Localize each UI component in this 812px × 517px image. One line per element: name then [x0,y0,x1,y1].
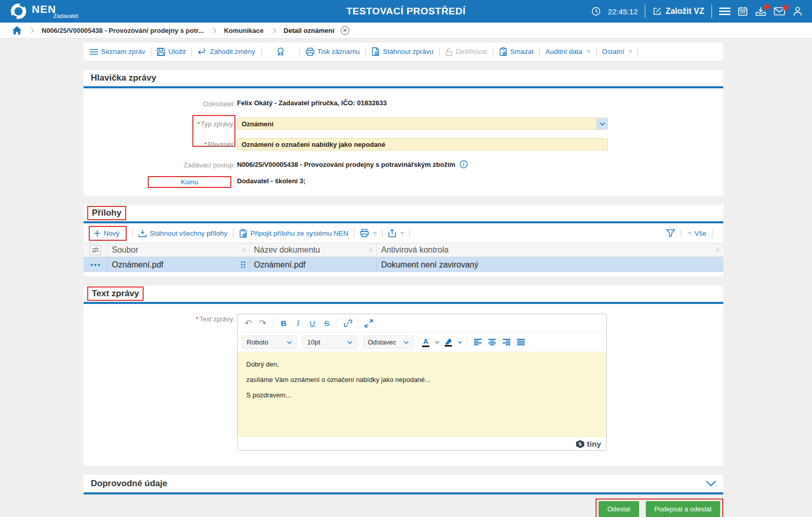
home-icon[interactable] [12,26,22,34]
filter-button[interactable] [666,229,675,237]
divider [382,229,383,238]
type-label: *Typ zprávy: [84,120,235,128]
close-tab-icon[interactable]: ✕ [341,26,349,35]
editor-toolbar-row2: Roboto 10pt Odstavec A [237,333,606,352]
drag-handle-icon[interactable] [241,261,245,268]
caret-down-icon: ▽ [629,49,632,54]
export-attachments-dropdown[interactable]: ▽ [388,229,404,237]
subject-input[interactable]: Oznámení o označení nabídky jako nepodan… [237,138,608,150]
text-color-caret[interactable] [433,336,441,349]
chevron-down-icon[interactable] [597,118,607,129]
italic-icon[interactable]: I [291,317,305,330]
font-size-select[interactable]: 10pt [302,335,358,349]
footer-actions: Odeslat Podepsat a odeslat [84,499,723,517]
print-record-button[interactable]: Tisk záznamu [306,48,360,56]
column-header-antivir[interactable]: Antivirová kontrola ▽ [377,243,723,257]
other-dropdown[interactable]: Ostatní ▽ [602,48,632,55]
divider [273,318,273,329]
undo-icon[interactable]: ↶ [242,317,255,330]
message-list-button[interactable]: Seznam zpráv [90,48,145,55]
row-menu-icon[interactable] [91,264,100,266]
breadcrumb-procedure[interactable]: N006/25/V00005438 - Provozování prodejny… [42,27,204,34]
align-center-icon[interactable] [485,336,499,349]
editor-line: zasíláme Vám oznámení o označení nabídky… [246,376,598,384]
editor-status-bar: tiny [237,437,606,450]
recipients-button[interactable]: Komu [148,176,231,188]
save-button[interactable]: Uložit [157,48,186,56]
divider [151,47,151,56]
seal-button[interactable] [267,47,294,56]
bold-icon[interactable]: B [277,317,290,330]
caret-down-icon: ▽ [373,231,377,236]
sign-and-send-button[interactable]: Podepsat a odeslat [646,501,720,517]
column-settings-icon[interactable] [90,245,101,255]
edit-icon [652,7,662,16]
link-icon[interactable] [341,317,354,330]
message-header-section: Hlavička zprávy Odesílatel: Felix Okátý … [84,70,723,196]
paragraph-format-select[interactable]: Odstavec [363,335,414,349]
column-filter-icon[interactable]: ▽ [242,248,245,253]
divider [638,47,638,56]
attach-from-nen-button[interactable]: Připojit přílohu ze systému NEN [239,229,348,238]
download-message-button[interactable]: Stáhnout zprávu [371,47,433,56]
fullscreen-icon[interactable] [362,317,375,330]
align-left-icon[interactable] [471,336,484,349]
divider [358,318,359,329]
section-title-doprovodne: Doprovodné údaje [91,478,167,489]
column-header-soubor[interactable]: Soubor ▽ [108,243,250,257]
column-header-nazev[interactable]: Název dokumentu ▽ [250,243,377,257]
strikethrough-icon[interactable]: S [320,317,333,330]
divider [191,47,192,56]
divider [645,5,645,18]
column-filter-icon[interactable]: ▽ [716,248,719,253]
breadcrumb-komunikace[interactable]: Komunikace [224,27,263,34]
chevron-right-icon [211,28,216,33]
message-type-select[interactable]: Oznámení [237,118,608,130]
divider [439,47,440,56]
filter-all-dropdown[interactable]: ▽ Vše [687,229,706,237]
messages-button[interactable] [774,7,785,16]
divider [596,47,597,56]
main-menu-button[interactable] [719,7,730,15]
messages-notification-badge [783,5,788,10]
attachments-toolbar: Nový Stáhnout všechny přílohy Připojit p… [84,223,723,243]
user-icon [793,6,803,16]
discard-changes-button[interactable]: Zahodit změny [197,48,255,55]
calendar-icon [738,6,748,16]
column-filter-icon[interactable]: ▽ [369,248,372,253]
chevron-right-icon [29,28,34,33]
font-family-select[interactable]: Roboto [242,335,297,349]
underline-icon[interactable]: U [306,317,319,330]
new-attachment-button[interactable]: Nový [89,226,127,241]
tinymce-brand-label: tiny [587,439,601,448]
expand-chevron-icon[interactable] [706,481,716,487]
highlight-color-button[interactable] [442,336,455,349]
create-vz-button[interactable]: Založit VZ [652,7,704,16]
highlight-color-caret[interactable] [456,336,463,349]
delete-button[interactable]: Smazat [499,47,534,56]
divider [467,337,467,348]
attachment-row[interactable]: Oznámení.pdf Oznámení.pdf Dokument není … [84,257,723,272]
rich-text-editor[interactable]: ↶ ↷ B I U S [237,314,607,451]
redo-icon[interactable]: ↷ [256,317,269,330]
inbox-button[interactable] [755,6,766,16]
section-title-hlavicka: Hlavička zprávy [91,73,156,83]
download-all-attachments-button[interactable]: Stáhnout všechny přílohy [138,229,228,237]
divider [300,47,300,56]
info-icon[interactable] [460,160,468,168]
align-right-icon[interactable] [500,336,513,349]
editor-content[interactable]: Dobrý den, zasíláme Vám oznámení o označ… [237,352,606,437]
print-attachments-dropdown[interactable]: ▽ [360,229,377,237]
send-button[interactable]: Odeslat [599,501,639,517]
attachments-section: Přílohy Nový Stáhnout všechny přílohy Př… [84,205,723,276]
divider [539,47,540,56]
audit-data-dropdown[interactable]: Auditní data ▽ [545,48,590,55]
user-profile-button[interactable] [793,6,803,16]
calendar-button[interactable] [738,6,748,16]
editor-toolbar-row1: ↶ ↷ B I U S [237,314,606,333]
nen-logo[interactable]: NEN Zadavatel [9,2,78,21]
tinymce-logo-icon [576,440,584,448]
record-toolbar: Seznam zpráv Uložit Zahodit změny [84,43,723,61]
text-color-button[interactable]: A [419,336,432,349]
align-justify-icon[interactable] [514,336,527,349]
